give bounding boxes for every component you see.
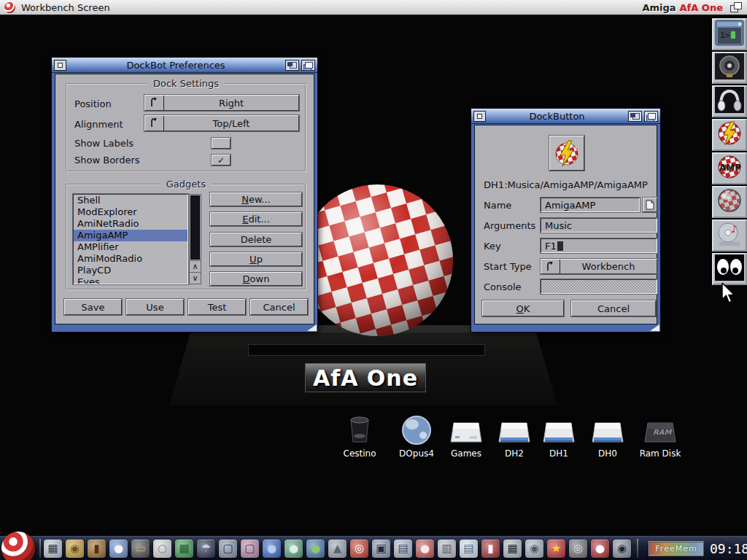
dockbot-window-body: Dock Settings Position Right Alignment T… <box>55 74 314 324</box>
new-button[interactable]: New... <box>210 192 302 206</box>
position-cycle[interactable]: Right <box>144 95 299 111</box>
file-requester-button[interactable] <box>643 198 657 212</box>
zoom-gadget-icon[interactable] <box>628 111 642 122</box>
gadgets-list-item[interactable]: AmiNetRadio <box>74 218 187 230</box>
screen-depth-gadget-icon[interactable] <box>730 2 743 13</box>
disk-search-icon[interactable]: ▦ <box>44 540 62 558</box>
name-field[interactable]: AmigaAMP <box>541 198 640 212</box>
cd-tools-icon[interactable]: ◉ <box>525 540 543 558</box>
console-field <box>541 279 657 294</box>
dockbutton-icon-button[interactable] <box>549 136 584 171</box>
gadgets-list-item[interactable]: Eyes <box>74 276 187 284</box>
screen-name-suffix: AfA One <box>680 2 723 13</box>
scroll-up-icon[interactable]: ∧ <box>190 260 201 272</box>
scrollbar-thumb[interactable] <box>190 195 200 260</box>
wallpaper-pedestal-slot <box>248 344 485 356</box>
resize-gadget[interactable] <box>307 324 317 331</box>
white-ball-icon[interactable]: ○ <box>153 540 171 558</box>
start-type-cycle[interactable]: Workbench <box>541 259 657 274</box>
test-button[interactable]: Test <box>188 299 246 315</box>
gadgets-list-item[interactable]: Shell <box>74 195 187 206</box>
down-button[interactable]: Down <box>210 272 302 286</box>
gold-cd-icon[interactable]: ◉ <box>66 540 84 558</box>
alignment-cycle[interactable]: Top/Left <box>144 115 299 131</box>
dock-item-playcd[interactable]: ♪ <box>712 219 747 252</box>
cancel-button[interactable]: Cancel <box>250 299 308 315</box>
mini-window-icon[interactable]: ▣ <box>372 540 390 558</box>
speaker-round-icon[interactable]: ◎ <box>569 540 587 558</box>
monitor-icon[interactable]: ▢ <box>219 540 237 558</box>
desktop-icon-games[interactable]: Games <box>441 413 492 459</box>
film-reel-icon[interactable]: ◉ <box>613 540 631 558</box>
prefs-ball-icon[interactable]: ● <box>109 540 128 558</box>
lifering-icon[interactable]: ◎ <box>350 540 368 558</box>
dockbutton-window-title: DockButton <box>486 111 628 122</box>
desktop-icon-dopus4[interactable]: DOpus4 <box>391 413 442 459</box>
depth-gadget-icon[interactable] <box>301 60 315 71</box>
picture-doc-icon[interactable]: ▤ <box>394 540 412 558</box>
show-labels-checkbox[interactable] <box>212 138 231 149</box>
desktop-icon-label: DH2 <box>489 448 540 459</box>
gadgets-list-item[interactable]: PlayCD <box>74 265 187 276</box>
ok-button[interactable]: OK <box>482 300 564 316</box>
gadgets-list-item[interactable]: AmiModRadio <box>74 253 187 265</box>
dock-item-amimodradio[interactable] <box>712 186 747 218</box>
red-book-icon[interactable]: ▮ <box>481 540 500 558</box>
drive-tools-icon[interactable]: ▥ <box>438 540 456 558</box>
notepad-icon[interactable]: ▤ <box>460 540 478 558</box>
dock-item-modexplorer[interactable] <box>712 52 747 84</box>
key-field[interactable]: F1 <box>541 238 657 253</box>
arguments-field[interactable]: Music <box>541 218 657 233</box>
umbrella-icon[interactable]: ☂ <box>197 540 215 558</box>
dock-item-amplifier[interactable]: AMP <box>712 152 747 184</box>
briefcase-icon[interactable]: ▮ <box>88 540 106 558</box>
desktop-icon-dh1[interactable]: DH1 <box>533 413 584 459</box>
save-button[interactable]: Save <box>64 299 122 315</box>
monitor-pink-icon[interactable]: ▢ <box>241 540 259 558</box>
boing-ball-icon[interactable]: ● <box>591 540 609 558</box>
drive-stripe-icon <box>489 413 540 446</box>
desktop-icon-cestino[interactable]: Cestino <box>334 413 385 459</box>
dockbot-titlebar[interactable]: DockBot Preferences <box>52 58 317 73</box>
close-gadget-icon[interactable] <box>473 111 486 122</box>
eyes-icon <box>715 254 744 284</box>
boing-ball-icon <box>4 2 15 13</box>
dock-item-shell[interactable]: 1> <box>712 18 747 50</box>
green-sphere-icon[interactable]: ● <box>285 540 303 558</box>
dock-item-aminetradio[interactable] <box>712 85 747 117</box>
delete-button[interactable]: Delete <box>210 233 302 246</box>
edit-button[interactable]: Edit... <box>210 212 302 226</box>
dockbutton-titlebar[interactable]: DockButton <box>471 109 660 124</box>
amigaamp-ball-icon[interactable]: ★ <box>547 540 565 558</box>
up-button[interactable]: Up <box>210 252 302 266</box>
start-menu-boing-ball[interactable] <box>1 532 35 560</box>
use-button[interactable]: Use <box>126 299 184 315</box>
desktop-icon-ram-disk[interactable]: RAMRam Disk <box>635 413 686 459</box>
ball-brush-icon[interactable]: ● <box>416 540 434 558</box>
close-gadget-icon[interactable] <box>54 60 66 71</box>
desktop-icon-label: Ram Disk <box>635 448 686 459</box>
show-borders-checkbox[interactable]: ✓ <box>212 155 231 166</box>
gadgets-list-item[interactable]: AMPlifier <box>74 241 187 253</box>
blue-sphere-icon[interactable]: ● <box>263 540 281 558</box>
gadgets-list-item[interactable]: AmigaAMP <box>74 230 187 241</box>
gadgets-list[interactable]: ShellModExplorerAmiNetRadioAmigaAMPAMPli… <box>73 194 188 284</box>
zoom-gadget-icon[interactable] <box>285 60 299 71</box>
chip-icon[interactable]: ▦ <box>175 540 193 558</box>
gadgets-scrollbar[interactable]: ∧ ∨ <box>189 194 201 284</box>
calculator-icon[interactable]: ▦ <box>503 540 522 558</box>
shell-icon: 1> <box>715 20 744 49</box>
dock-item-eyes[interactable] <box>712 253 747 285</box>
desktop-icon-dh0[interactable]: DH0 <box>582 413 633 459</box>
stones-icon[interactable]: ▲ <box>328 540 347 558</box>
cancel-button[interactable]: Cancel <box>571 300 656 316</box>
depth-gadget-icon[interactable] <box>644 111 658 122</box>
desktop-icon-label: Games <box>441 448 492 459</box>
drawer-icon[interactable]: ▭ <box>131 540 150 558</box>
resize-gadget[interactable] <box>650 324 659 331</box>
desktop-icon-dh2[interactable]: DH2 <box>489 413 540 459</box>
earth-globe-icon[interactable]: ● <box>306 540 325 558</box>
gadgets-list-item[interactable]: ModExplorer <box>74 206 187 218</box>
dock-item-amigaamp[interactable] <box>712 119 747 151</box>
scroll-down-icon[interactable]: ∨ <box>190 272 201 284</box>
